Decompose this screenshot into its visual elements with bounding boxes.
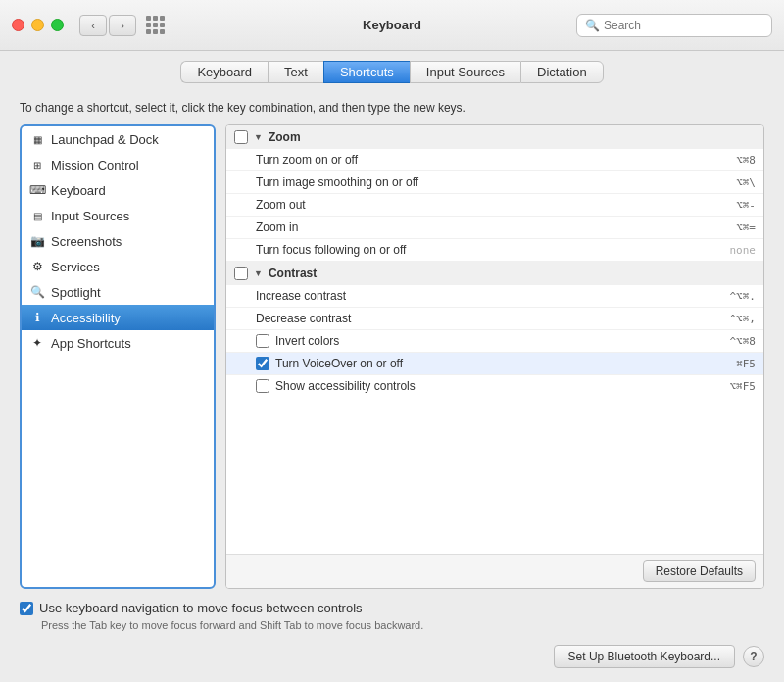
instruction-text: To change a shortcut, select it, click t…: [20, 101, 764, 115]
shortcut-keys-image-smoothing: ⌥⌘\: [736, 176, 756, 189]
contrast-triangle: ▼: [254, 268, 263, 278]
shortcut-name-accessibility-controls: Show accessibility controls: [275, 379, 724, 393]
shortcut-keys-zoom-on-off: ⌥⌘8: [736, 154, 756, 167]
maximize-button[interactable]: [51, 19, 64, 31]
sidebar-label-accessibility: Accessibility: [51, 311, 121, 325]
shortcut-zoom-out[interactable]: Zoom out ⌥⌘-: [226, 194, 763, 217]
contrast-checkbox-area: [234, 267, 248, 280]
shortcut-accessibility-controls[interactable]: Show accessibility controls ⌥⌘F5: [226, 375, 763, 397]
shortcut-keys-zoom-out: ⌥⌘-: [736, 199, 756, 212]
mission-control-icon: ⊞: [29, 157, 45, 172]
main-content: To change a shortcut, select it, click t…: [0, 91, 784, 682]
keyboard-nav-row: Use keyboard navigation to move focus be…: [20, 601, 764, 615]
shortcut-name-increase-contrast: Increase contrast: [256, 289, 724, 303]
keyboard-nav-note: Press the Tab key to move focus forward …: [20, 619, 764, 631]
bluetooth-button[interactable]: Set Up Bluetooth Keyboard...: [554, 645, 735, 668]
shortcut-name-zoom-in: Zoom in: [256, 220, 730, 234]
keyboard-icon: ⌨: [29, 182, 45, 198]
shortcut-name-image-smoothing: Turn image smoothing on or off: [256, 175, 730, 189]
sidebar-item-accessibility[interactable]: ℹ Accessibility: [22, 305, 214, 330]
grid-button[interactable]: [146, 16, 165, 34]
shortcut-image-smoothing[interactable]: Turn image smoothing on or off ⌥⌘\: [226, 171, 763, 194]
shortcut-voiceover[interactable]: Turn VoiceOver on or off ⌘F5: [226, 353, 763, 375]
accessibility-icon: ℹ: [29, 310, 45, 325]
shortcut-name-zoom-out: Zoom out: [256, 198, 730, 212]
sidebar-item-mission-control[interactable]: ⊞ Mission Control: [22, 152, 214, 177]
zoom-section-header: ▼ Zoom: [226, 125, 763, 149]
footer-row: Set Up Bluetooth Keyboard... ?: [20, 639, 764, 672]
help-button[interactable]: ?: [743, 646, 764, 667]
contrast-section-header: ▼ Contrast: [226, 262, 763, 285]
contrast-section-label: Contrast: [269, 267, 317, 280]
accessibility-controls-checkbox[interactable]: [256, 379, 270, 393]
shortcut-name-invert-colors: Invert colors: [275, 334, 724, 348]
sidebar-label-screenshots: Screenshots: [51, 234, 122, 249]
sidebar-item-screenshots[interactable]: 📷 Screenshots: [22, 228, 214, 254]
shortcut-zoom-in[interactable]: Zoom in ⌥⌘=: [226, 217, 763, 239]
sidebar-label-app-shortcuts: App Shortcuts: [51, 336, 131, 351]
search-input[interactable]: [604, 19, 763, 32]
zoom-section-checkbox[interactable]: [234, 130, 248, 144]
sidebar-label-spotlight: Spotlight: [51, 285, 101, 300]
shortcut-keys-increase-contrast: ^⌥⌘.: [730, 290, 757, 303]
sidebar-item-app-shortcuts[interactable]: ✦ App Shortcuts: [22, 330, 214, 356]
shortcut-decrease-contrast[interactable]: Decrease contrast ^⌥⌘,: [226, 308, 763, 330]
voiceover-checkbox[interactable]: [256, 357, 270, 370]
launchpad-icon: ▦: [29, 131, 45, 147]
shortcut-invert-colors[interactable]: Invert colors ^⌥⌘8: [226, 330, 763, 353]
forward-button[interactable]: ›: [109, 15, 136, 36]
back-button[interactable]: ‹: [79, 15, 107, 36]
tab-input-sources[interactable]: Input Sources: [410, 61, 520, 83]
sidebar-label-keyboard: Keyboard: [51, 183, 106, 198]
invert-colors-checkbox[interactable]: [256, 334, 270, 348]
zoom-triangle: ▼: [254, 132, 263, 142]
shortcut-keys-focus-following: none: [730, 244, 757, 257]
app-shortcuts-icon: ✦: [29, 335, 45, 351]
sidebar-label-services: Services: [51, 260, 100, 274]
screenshots-icon: 📷: [29, 233, 45, 249]
sidebar-item-services[interactable]: ⚙ Services: [22, 254, 214, 279]
spotlight-icon: 🔍: [29, 284, 45, 300]
restore-btn-row: Restore Defaults: [226, 554, 763, 588]
search-box[interactable]: 🔍: [576, 14, 772, 37]
sidebar-item-launchpad[interactable]: ▦ Launchpad & Dock: [22, 126, 214, 152]
tab-keyboard[interactable]: Keyboard: [180, 61, 268, 83]
services-icon: ⚙: [29, 259, 45, 274]
keyboard-nav-checkbox[interactable]: [20, 602, 33, 615]
shortcut-name-zoom-on-off: Turn zoom on or off: [256, 153, 730, 167]
sidebar-item-keyboard[interactable]: ⌨ Keyboard: [22, 177, 214, 203]
shortcuts-list[interactable]: ▼ Zoom Turn zoom on or off ⌥⌘8 Turn imag…: [226, 125, 763, 554]
minimize-button[interactable]: [31, 19, 44, 31]
shortcut-keys-accessibility-controls: ⌥⌘F5: [730, 380, 757, 393]
grid-icon: [146, 16, 165, 34]
tab-text[interactable]: Text: [268, 61, 323, 83]
shortcut-name-voiceover: Turn VoiceOver on or off: [275, 357, 730, 370]
shortcut-keys-decrease-contrast: ^⌥⌘,: [730, 313, 757, 325]
bottom-area: Use keyboard navigation to move focus be…: [20, 589, 764, 639]
keyboard-nav-label: Use keyboard navigation to move focus be…: [39, 601, 363, 615]
shortcut-zoom-on-off[interactable]: Turn zoom on or off ⌥⌘8: [226, 149, 763, 171]
input-sources-icon: ▤: [29, 208, 45, 223]
nav-buttons: ‹ ›: [79, 15, 136, 36]
zoom-checkbox-area: [234, 130, 248, 144]
titlebar: ‹ › Keyboard 🔍: [0, 0, 784, 51]
shortcut-keys-voiceover: ⌘F5: [736, 358, 756, 370]
sidebar-label-mission-control: Mission Control: [51, 158, 139, 172]
shortcut-increase-contrast[interactable]: Increase contrast ^⌥⌘.: [226, 285, 763, 308]
sidebar-label-input-sources: Input Sources: [51, 209, 129, 223]
close-button[interactable]: [12, 19, 24, 31]
contrast-section-checkbox[interactable]: [234, 267, 248, 280]
shortcut-focus-following[interactable]: Turn focus following on or off none: [226, 239, 763, 262]
tab-shortcuts[interactable]: Shortcuts: [323, 61, 410, 83]
shortcut-keys-invert-colors: ^⌥⌘8: [730, 335, 757, 348]
sidebar-item-input-sources[interactable]: ▤ Input Sources: [22, 203, 214, 228]
restore-defaults-button[interactable]: Restore Defaults: [643, 560, 756, 582]
tab-dictation[interactable]: Dictation: [520, 61, 604, 83]
right-panel: ▼ Zoom Turn zoom on or off ⌥⌘8 Turn imag…: [225, 124, 764, 589]
sidebar: ▦ Launchpad & Dock ⊞ Mission Control ⌨ K…: [20, 124, 216, 589]
sidebar-item-spotlight[interactable]: 🔍 Spotlight: [22, 279, 214, 305]
sidebar-label-launchpad: Launchpad & Dock: [51, 132, 159, 147]
shortcut-name-decrease-contrast: Decrease contrast: [256, 312, 724, 325]
tabbar: Keyboard Text Shortcuts Input Sources Di…: [0, 51, 784, 91]
shortcut-keys-zoom-in: ⌥⌘=: [736, 221, 756, 234]
